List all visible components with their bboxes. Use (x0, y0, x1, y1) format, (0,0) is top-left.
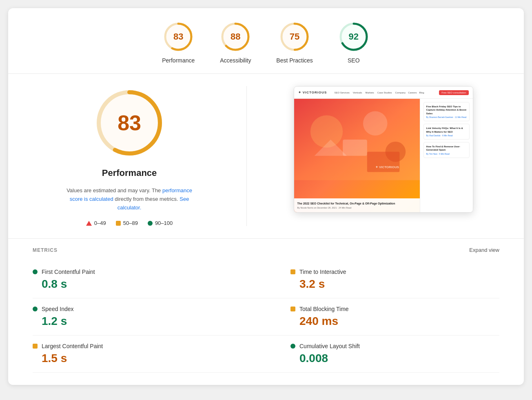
metric-label-cls: Cumulative Layout Shift (299, 343, 360, 349)
svg-rect-16 (367, 152, 399, 172)
metric-label-lcp: Largest Contentful Paint (42, 343, 103, 349)
vertical-divider (246, 86, 247, 226)
svg-point-12 (363, 111, 387, 136)
mockup-card-author-2: By Vlad Daniluk · 6 Min Read (426, 134, 467, 137)
scores-section: 83 Performance 88 Accessibility (8, 8, 524, 74)
good-icon (148, 221, 153, 226)
main-content: 83 Performance Values are estimated and … (8, 74, 524, 239)
mockup-body: ✦ VICTORIOUS The 2022 SEO Checklist for … (294, 99, 473, 212)
legend-item-good: 90–100 (148, 220, 173, 226)
svg-text:✦ VICTORIOUS: ✦ VICTORIOUS (375, 165, 399, 169)
big-score-circle: 83 (93, 86, 166, 160)
mockup-nav-link-1: SEO Services (334, 91, 349, 94)
mockup-card-2: Link Velocity FAQs: What It Is & Why It … (423, 124, 470, 140)
score-circle-performance: 83 (162, 20, 195, 53)
metric-value-fcp: 0.8 s (33, 278, 242, 291)
metric-item-lcp: Largest Contentful Paint 1.5 s (33, 336, 266, 373)
legend-range-average: 50–89 (123, 220, 138, 226)
metrics-grid: First Contentful Paint 0.8 s Time to Int… (33, 261, 499, 373)
score-label-accessibility: Accessibility (220, 57, 251, 64)
score-number-best-practices: 75 (290, 31, 299, 42)
metric-item-si: Speed Index 1.2 s (33, 298, 266, 336)
metric-indicator-cls (290, 344, 295, 349)
metric-indicator-fcp (33, 269, 38, 274)
mockup-tags-bar: All Categories ▾ On-Page SEO Off-Page SE… (294, 212, 473, 213)
metrics-title: METRICS (33, 247, 58, 253)
metric-label-row-lcp: Largest Contentful Paint (33, 343, 242, 349)
mockup-card-author-3: By Tim Hare · 5 Min Read (426, 153, 467, 155)
svg-point-11 (310, 115, 342, 147)
mockup-nav-careers: Careers (408, 91, 417, 94)
metric-item-fcp: First Contentful Paint 0.8 s (33, 261, 266, 298)
average-icon (116, 221, 121, 226)
score-label-best-practices: Best Practices (276, 57, 313, 64)
metric-label-fcp: First Contentful Paint (42, 269, 95, 275)
score-number-accessibility: 88 (231, 31, 240, 42)
mockup-hero-author: By Nicole Norris on December 28, 2021 · … (297, 207, 417, 209)
svg-rect-13 (343, 140, 367, 156)
metric-indicator-tti (290, 269, 295, 274)
legend-item-fail: 0–49 (86, 220, 106, 226)
big-score-number: 83 (117, 111, 141, 135)
metric-value-cls: 0.008 (290, 352, 499, 365)
mockup-card-1: Five Black Friday SEO Tips to Capture Ho… (423, 102, 470, 121)
mockup-card-title-1: Five Black Friday SEO Tips to Capture Ho… (426, 105, 467, 115)
score-item-best-practices[interactable]: 75 Best Practices (276, 20, 313, 64)
mockup-nav-company: Company (395, 91, 406, 94)
mockup-hero-overlay: The 2022 SEO Checklist for Technical, On… (294, 198, 420, 212)
metric-value-tbt: 240 ms (290, 315, 499, 328)
score-item-accessibility[interactable]: 88 Accessibility (219, 20, 252, 64)
metric-label-row-si: Speed Index (33, 306, 242, 312)
mockup-nav-link-3: Markets (365, 91, 374, 94)
big-score-title: Performance (102, 168, 157, 178)
mockup-card-3: How To Find & Remove User-Generated Spam… (423, 142, 470, 158)
mockup-nav-link-2: Verticals (353, 91, 362, 94)
main-card: 83 Performance 88 Accessibility (8, 8, 524, 385)
left-panel: 83 Performance Values are estimated and … (33, 86, 226, 226)
metric-item-tbt: Total Blocking Time 240 ms (266, 298, 499, 336)
metric-item-cls: Cumulative Layout Shift 0.008 (266, 336, 499, 373)
mockup-card-author-1: By Shannon Barnett-Gaertner · 11 Min Rea… (426, 116, 467, 118)
score-item-seo[interactable]: 92 SEO (337, 20, 370, 64)
metric-label-tti: Time to Interactive (299, 269, 346, 275)
score-number-seo: 92 (349, 31, 359, 42)
score-circle-accessibility: 88 (219, 20, 252, 53)
mockup-nav-link-4: Case Studies (377, 91, 392, 94)
legend: 0–49 50–89 90–100 (86, 220, 173, 226)
metrics-section: METRICS Expand view First Contentful Pai… (8, 239, 524, 385)
metric-value-lcp: 1.5 s (33, 352, 242, 365)
score-circle-best-practices: 75 (278, 20, 311, 53)
fail-icon (86, 221, 92, 226)
score-number-performance: 83 (173, 31, 183, 42)
metric-item-tti: Time to Interactive 3.2 s (266, 261, 499, 298)
metric-label-si: Speed Index (42, 306, 74, 312)
legend-range-good: 90–100 (155, 220, 173, 226)
metric-label-row-tbt: Total Blocking Time (290, 306, 499, 312)
mockup-logo: ✦ VICTORIOUS (298, 91, 327, 94)
mockup-sidebar: Five Black Friday SEO Tips to Capture Ho… (420, 99, 473, 212)
mockup-nav: ✦ VICTORIOUS SEO Services Verticals Mark… (294, 87, 473, 99)
metric-label-row-cls: Cumulative Layout Shift (290, 343, 499, 349)
legend-range-fail: 0–49 (94, 220, 106, 226)
score-description: Values are estimated and may vary. The p… (60, 187, 199, 212)
mockup-hero: ✦ VICTORIOUS The 2022 SEO Checklist for … (294, 99, 420, 212)
score-label-performance: Performance (162, 57, 195, 64)
metric-value-si: 1.2 s (33, 315, 242, 328)
metric-indicator-si (33, 307, 38, 311)
metric-indicator-lcp (33, 344, 38, 349)
legend-item-average: 50–89 (116, 220, 138, 226)
mockup-hero-title: The 2022 SEO Checklist for Technical, On… (297, 202, 417, 206)
metric-indicator-tbt (290, 307, 295, 311)
score-label-seo: SEO (348, 57, 360, 64)
mockup-card-title-3: How To Find & Remove User-Generated Spam (426, 145, 467, 152)
right-panel: ✦ VICTORIOUS SEO Services Verticals Mark… (267, 86, 499, 213)
mockup-card-title-2: Link Velocity FAQs: What It Is & Why It … (426, 127, 467, 133)
mockup-nav-blog: Blog (419, 91, 424, 94)
expand-view-button[interactable]: Expand view (469, 247, 499, 253)
metric-label-row-tti: Time to Interactive (290, 269, 499, 275)
website-mockup: ✦ VICTORIOUS SEO Services Verticals Mark… (294, 86, 473, 213)
metric-label-row-fcp: First Contentful Paint (33, 269, 242, 275)
metric-label-tbt: Total Blocking Time (299, 306, 349, 312)
mockup-nav-links: SEO Services Verticals Markets Case Stud… (334, 91, 392, 94)
score-item-performance[interactable]: 83 Performance (162, 20, 195, 64)
